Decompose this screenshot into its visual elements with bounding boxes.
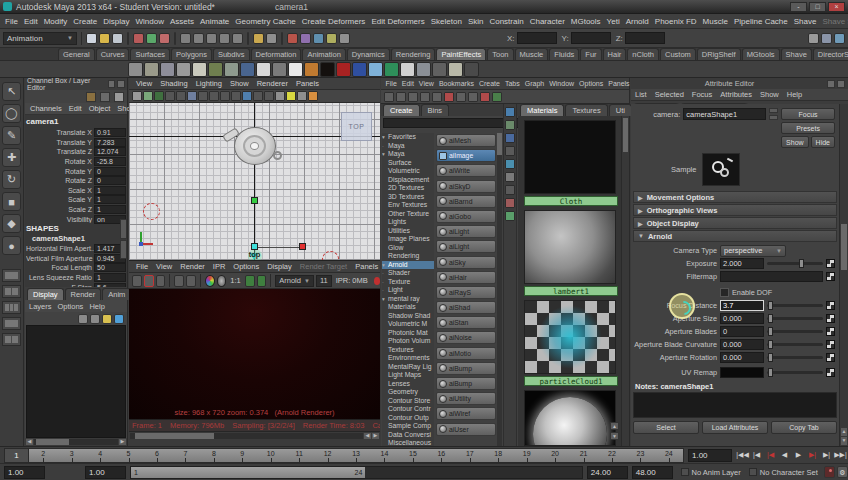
aperture-size-slider[interactable] (767, 317, 823, 320)
viewport-toolbar-icon[interactable] (209, 91, 219, 101)
channel-list-scrollbar[interactable] (120, 219, 127, 259)
status-line-icon[interactable] (339, 33, 350, 44)
panel-menu-item[interactable]: Lighting (192, 79, 226, 88)
status-line-icon[interactable] (253, 33, 264, 44)
create-node-button[interactable]: aiUtility (436, 392, 496, 405)
tool-button[interactable]: ↖ (2, 82, 21, 101)
focus-button[interactable]: Focus (781, 108, 835, 120)
shelf-tab[interactable]: Muscle (515, 48, 549, 60)
shelf-tab[interactable]: Fluids (549, 48, 579, 60)
alpha-channel-icon[interactable] (217, 275, 227, 287)
channel-value-field[interactable]: 1 (94, 273, 126, 282)
panel-menu-item[interactable]: Show (226, 79, 253, 88)
hypershade-strip-icon[interactable] (505, 172, 515, 182)
channel-value-field[interactable]: 5.6 (94, 283, 126, 287)
shelf-tab[interactable]: Surfaces (130, 48, 170, 60)
focus-distance-field[interactable]: 3.7 (720, 300, 764, 311)
tree-item[interactable]: Lights (382, 218, 434, 227)
panel-menu-item[interactable]: Selected (651, 90, 688, 99)
shelf-brush-thumb-icon[interactable] (336, 62, 351, 77)
layout-hypershade-button[interactable] (2, 333, 21, 346)
swatch-list-scrollbar[interactable] (621, 116, 629, 446)
material-label[interactable]: Cloth (524, 196, 618, 206)
timeline-frame-tick[interactable]: 22 (598, 449, 626, 462)
current-time-field[interactable]: 1.00 (688, 449, 732, 462)
panel-menu-item[interactable]: Options (577, 80, 606, 87)
map-texture-icon[interactable] (826, 327, 835, 336)
section-object-display[interactable]: ▶Object Display (633, 217, 837, 229)
menu-item[interactable]: Assets (167, 17, 197, 26)
hypershade-toolbar-icon[interactable] (468, 92, 478, 102)
animation-start-field[interactable]: 1.00 (4, 466, 45, 479)
speed-ramp-icon[interactable] (86, 92, 96, 102)
channel-value-field[interactable]: 1 (94, 205, 126, 214)
tree-item[interactable]: Displacement (382, 176, 434, 185)
timeline-frame-tick[interactable]: 10 (257, 449, 285, 462)
sidebar-toggle-icon[interactable] (808, 33, 819, 44)
panel-menu-item[interactable]: Show (756, 90, 783, 99)
tree-item[interactable]: Surface (382, 159, 434, 168)
timeline-frame-tick[interactable]: 24 (655, 449, 683, 462)
map-texture-icon[interactable] (826, 368, 835, 377)
playback-button[interactable]: ▶| (820, 449, 833, 462)
anim-layer-dropdown[interactable]: No Anim Layer (681, 468, 741, 477)
shelf-tab[interactable]: Dynamics (347, 48, 390, 60)
range-slider-track[interactable]: 1 24 (130, 466, 583, 479)
panel-menu-item[interactable]: Edit (399, 80, 416, 87)
channel-value-field[interactable]: 0 (94, 176, 126, 185)
material-swatch-shaderglow[interactable] (524, 390, 616, 446)
panel-menu-item[interactable]: Options (229, 262, 263, 271)
channel-value-field[interactable]: 7.283 (94, 138, 126, 147)
channel-value-field[interactable]: 0.91 (94, 128, 126, 137)
tree-item[interactable]: Textures (382, 346, 434, 355)
node-list-scrollbar[interactable] (497, 133, 502, 446)
timeline-frame-tick[interactable]: 5 (114, 449, 142, 462)
tree-item[interactable]: 2D Textures (382, 184, 434, 193)
timeline-frame-tick[interactable]: 6 (143, 449, 171, 462)
channel-name[interactable]: Translate X (26, 129, 94, 136)
render-view-hscroll[interactable]: ◀▶ (129, 432, 380, 440)
panel-menu-item[interactable]: View (416, 80, 436, 87)
camera-name-field[interactable]: cameraShape1 (683, 108, 766, 120)
create-node-button[interactable]: aiLight (436, 240, 496, 253)
panel-menu-item[interactable]: Attributes (716, 90, 756, 99)
tool-button[interactable]: ● (2, 236, 21, 255)
tree-item[interactable]: ·Light (382, 286, 434, 295)
status-line-icon[interactable] (206, 33, 217, 44)
map-texture-icon[interactable] (826, 353, 835, 362)
one-to-one-button[interactable]: 1:1 (228, 276, 242, 285)
viewport-toolbar-icon[interactable] (132, 91, 142, 101)
aperture-rotation-slider[interactable] (767, 356, 823, 359)
tree-item[interactable]: MentalRay Lig (382, 363, 434, 372)
keep-image-button[interactable] (245, 275, 255, 287)
tool-button[interactable]: ◯ (2, 104, 21, 123)
viewport-toolbar-icon[interactable] (253, 91, 263, 101)
remove-image-button[interactable] (257, 275, 267, 287)
channel-box-menu-item[interactable]: Channels (27, 104, 65, 113)
panel-menu-item[interactable]: File (132, 262, 152, 271)
rgb-channels-icon[interactable] (205, 275, 215, 287)
shelf-tab[interactable]: Fur (580, 48, 601, 60)
tool-button[interactable]: ✚ (2, 148, 21, 167)
menu-item[interactable]: Yeti (604, 17, 623, 26)
z-coordinate-input[interactable] (625, 32, 665, 44)
channel-name[interactable]: Visibility (26, 216, 94, 223)
character-set-dropdown[interactable]: No Character Set (749, 468, 818, 477)
shelf-tab[interactable]: DirectorStudio (813, 48, 848, 60)
hypershade-toolbar-icon[interactable] (408, 92, 418, 102)
tree-item[interactable]: Glow (382, 244, 434, 253)
tree-item[interactable]: Data Conversi (382, 431, 434, 440)
tool-button[interactable]: ◆ (2, 214, 21, 233)
x-coordinate-input[interactable] (517, 32, 557, 44)
sidebar-toggle-icon[interactable] (821, 33, 832, 44)
shelf-brush-thumb-icon[interactable] (128, 62, 143, 77)
shelf-tab[interactable]: nCloth (627, 48, 659, 60)
dock-icon[interactable] (827, 80, 835, 88)
close-icon[interactable] (837, 80, 845, 88)
minimize-button[interactable]: - (790, 2, 807, 12)
create-node-button[interactable]: aiSkyD (436, 180, 496, 193)
map-texture-icon[interactable] (826, 340, 835, 349)
footer-button[interactable]: Copy Tab (771, 421, 837, 434)
tree-item[interactable]: ▾Arnold (382, 261, 434, 270)
timeline-frame-tick[interactable]: 16 (427, 449, 455, 462)
